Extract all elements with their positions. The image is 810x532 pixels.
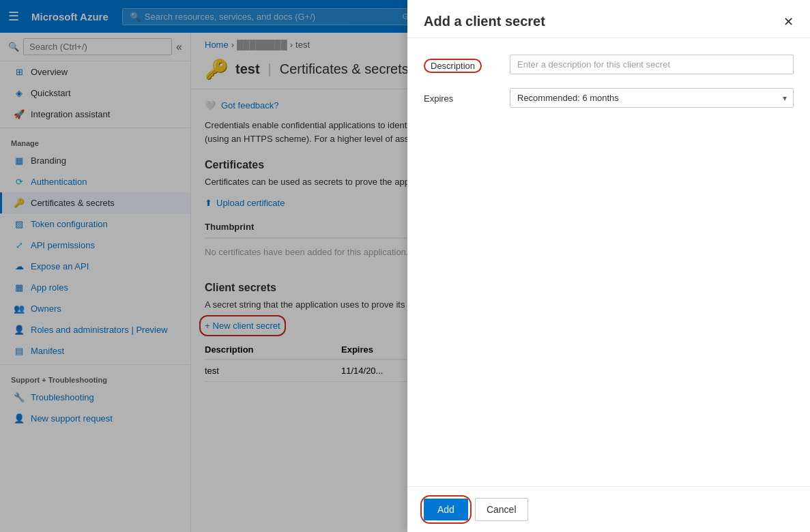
add-client-secret-panel: Add a client secret ✕ Description Expire… — [407, 0, 810, 532]
expires-field: Expires Recommended: 6 months 12 months … — [424, 88, 794, 108]
panel-header: Add a client secret ✕ — [407, 0, 810, 38]
panel-body: Description Expires Recommended: 6 month… — [407, 38, 810, 486]
expires-label: Expires — [424, 93, 453, 104]
description-input[interactable] — [510, 55, 794, 74]
expires-select[interactable]: Recommended: 6 months 12 months 24 month… — [510, 88, 794, 108]
expires-field-label-wrapper: Expires — [424, 88, 499, 104]
description-field: Description — [424, 55, 794, 74]
panel-footer: Add Cancel — [407, 486, 810, 532]
description-label: Description — [424, 59, 482, 73]
description-field-label-wrapper: Description — [424, 55, 499, 73]
panel-close-button[interactable]: ✕ — [783, 14, 794, 29]
add-button[interactable]: Add — [424, 499, 468, 520]
expires-select-wrapper: Recommended: 6 months 12 months 24 month… — [510, 88, 794, 108]
panel-title: Add a client secret — [424, 14, 545, 29]
cancel-button[interactable]: Cancel — [475, 498, 528, 521]
